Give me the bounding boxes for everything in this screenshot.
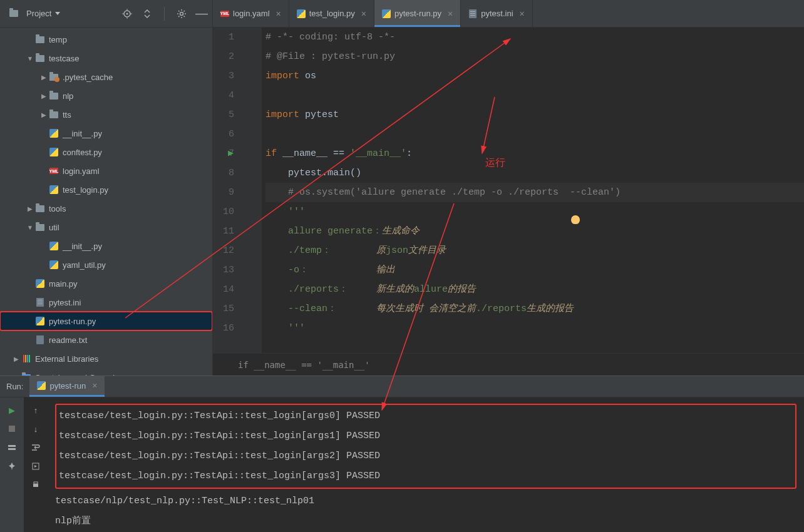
- tree-item-util[interactable]: ▼util: [0, 218, 212, 237]
- expander-icon[interactable]: ▶: [39, 93, 49, 100]
- console-line: nlp前置: [55, 511, 796, 531]
- tree-item-test-login-py[interactable]: test_login.py: [0, 180, 212, 199]
- tree-item-tts[interactable]: ▶tts: [0, 105, 212, 124]
- tree-item-label: pytest.ini: [49, 298, 81, 307]
- expander-icon[interactable]: ▼: [25, 224, 35, 231]
- folder-icon: [49, 72, 59, 82]
- tree-item-conftest-py[interactable]: conftest.py: [0, 143, 212, 161]
- tree-item-login-yaml[interactable]: YMLlogin.yaml: [0, 161, 212, 180]
- python-file-icon: [49, 147, 59, 157]
- code-line[interactable]: ./reports： 新生成的allure的报告: [265, 280, 804, 299]
- tree-item-pytest-ini[interactable]: pytest.ini: [0, 293, 212, 312]
- close-icon[interactable]: ×: [361, 9, 366, 19]
- tree-item-label: __init__.py: [63, 242, 102, 251]
- expander-icon[interactable]: ▶: [25, 205, 35, 212]
- project-toolbar: Project —: [0, 0, 212, 28]
- code-line[interactable]: ./temp： 原json文件目录: [265, 241, 804, 260]
- tree-item---init---py[interactable]: __init__.py: [0, 237, 212, 255]
- code-line[interactable]: import pytest: [265, 105, 804, 125]
- layout-icon[interactable]: [6, 441, 18, 454]
- code-line[interactable]: # @File : pytest-run.py: [265, 47, 804, 66]
- text-file-icon: [35, 335, 45, 345]
- run-config-tab[interactable]: pytest-run ×: [29, 376, 105, 397]
- expand-all-icon[interactable]: [142, 8, 153, 19]
- editor-tab-pytest-run-py[interactable]: pytest-run.py×: [374, 0, 461, 27]
- down-arrow-icon[interactable]: ↓: [29, 422, 42, 435]
- code-line[interactable]: # os.system('allure generate ./temp -o .…: [265, 183, 804, 202]
- tree-item---init---py[interactable]: __init__.py: [0, 124, 212, 143]
- rerun-icon[interactable]: ▶: [6, 404, 18, 416]
- tree-item-scratches-and-consoles[interactable]: Scratches and Consoles: [0, 368, 212, 376]
- code-line[interactable]: allure generate：生成命令: [265, 222, 804, 241]
- folder-icon: [49, 91, 59, 101]
- code-line[interactable]: [265, 125, 804, 144]
- tree-item-tools[interactable]: ▶tools: [0, 199, 212, 218]
- python-file-icon: [297, 9, 306, 18]
- tree-item-yaml-util-py[interactable]: yaml_util.py: [0, 255, 212, 274]
- project-label: Project: [26, 9, 51, 18]
- project-tree[interactable]: temp▼testcase▶.pytest_cache▶nlp▶tts__ini…: [0, 28, 212, 376]
- code-line[interactable]: if __name__ == '__main__':: [265, 144, 804, 163]
- code-line[interactable]: --clean： 每次生成时 会清空之前./reports生成的报告: [265, 299, 804, 319]
- expander-icon[interactable]: ▶: [39, 74, 49, 81]
- console-output[interactable]: testcase/test_login.py::TestApi::test_lo…: [48, 397, 804, 532]
- close-icon[interactable]: ×: [448, 9, 453, 19]
- run-header: Run: pytest-run ×: [0, 376, 804, 397]
- console-line: testcase/nlp/test_nlp.py::Test_NLP::test…: [55, 491, 796, 511]
- editor-tab-login-yaml[interactable]: YMLlogin.yaml×: [213, 0, 289, 27]
- expander-icon[interactable]: ▶: [11, 356, 21, 362]
- svg-rect-11: [33, 484, 38, 487]
- python-file-icon: [35, 279, 45, 289]
- svg-rect-9: [8, 448, 16, 450]
- tree-item-testcase[interactable]: ▼testcase: [0, 49, 212, 68]
- tree-item-label: __init__.py: [63, 129, 102, 138]
- close-icon[interactable]: ×: [520, 9, 525, 19]
- code-editor[interactable]: 12345678910111213141516 ▶ # -*- coding: …: [213, 28, 804, 353]
- python-file-icon: [49, 128, 59, 138]
- print-icon[interactable]: [29, 479, 42, 491]
- project-selector[interactable]: Project: [5, 6, 64, 21]
- yaml-file-icon: YML: [220, 9, 229, 18]
- tree-item-label: nlp: [63, 91, 73, 101]
- tree-item-label: .pytest_cache: [63, 73, 113, 82]
- code-content[interactable]: # -*- coding: utf-8 -*-# @File : pytest-…: [262, 28, 804, 353]
- code-line[interactable]: [265, 86, 804, 105]
- expander-icon[interactable]: ▼: [25, 55, 35, 62]
- stop-icon[interactable]: [6, 422, 18, 435]
- python-file-icon: [49, 241, 59, 251]
- tree-item-pytest-run-py[interactable]: pytest-run.py: [0, 312, 212, 330]
- separator: [164, 7, 165, 21]
- tree-item--pytest-cache[interactable]: ▶.pytest_cache: [0, 68, 212, 86]
- tree-item-readme-txt[interactable]: readme.txt: [0, 330, 212, 349]
- tree-item-temp[interactable]: temp: [0, 30, 212, 49]
- code-line[interactable]: ''': [265, 319, 804, 338]
- close-icon[interactable]: ×: [92, 381, 97, 391]
- run-gutter-icon[interactable]: ▶: [228, 144, 234, 163]
- console-highlight-box: testcase/test_login.py::TestApi::test_lo…: [55, 404, 796, 489]
- folder-icon: [35, 34, 45, 44]
- editor-tab-pytest-ini[interactable]: pytest.ini×: [461, 0, 533, 27]
- hide-icon[interactable]: —: [196, 8, 207, 19]
- editor-tab-test-login-py[interactable]: test_login.py×: [289, 0, 374, 27]
- scroll-to-end-icon[interactable]: [29, 460, 42, 473]
- soft-wrap-icon[interactable]: [29, 441, 42, 454]
- code-line[interactable]: pytest.main(): [265, 163, 804, 183]
- pin-icon[interactable]: [6, 460, 18, 473]
- gear-icon[interactable]: [176, 8, 187, 19]
- expander-icon[interactable]: ▶: [39, 111, 49, 118]
- svg-rect-7: [9, 426, 15, 432]
- locate-icon[interactable]: [121, 8, 133, 19]
- breadcrumb[interactable]: if __name__ == '__main__': [213, 353, 804, 376]
- tree-item-main-py[interactable]: main.py: [0, 274, 212, 293]
- code-line[interactable]: import os: [265, 66, 804, 86]
- code-line[interactable]: -o： 输出: [265, 260, 804, 280]
- project-sidebar: Project — temp▼testcase▶.pytest_cache▶nl…: [0, 0, 213, 376]
- tree-item-nlp[interactable]: ▶nlp: [0, 86, 212, 105]
- code-line[interactable]: # -*- coding: utf-8 -*-: [265, 28, 804, 47]
- dropdown-icon: [55, 12, 60, 15]
- close-icon[interactable]: ×: [276, 9, 281, 19]
- tree-item-external-libraries[interactable]: ▶External Libraries: [0, 349, 212, 368]
- code-line[interactable]: ''': [265, 202, 804, 222]
- up-arrow-icon[interactable]: ↑: [29, 404, 42, 416]
- intention-bulb-icon[interactable]: [571, 215, 580, 224]
